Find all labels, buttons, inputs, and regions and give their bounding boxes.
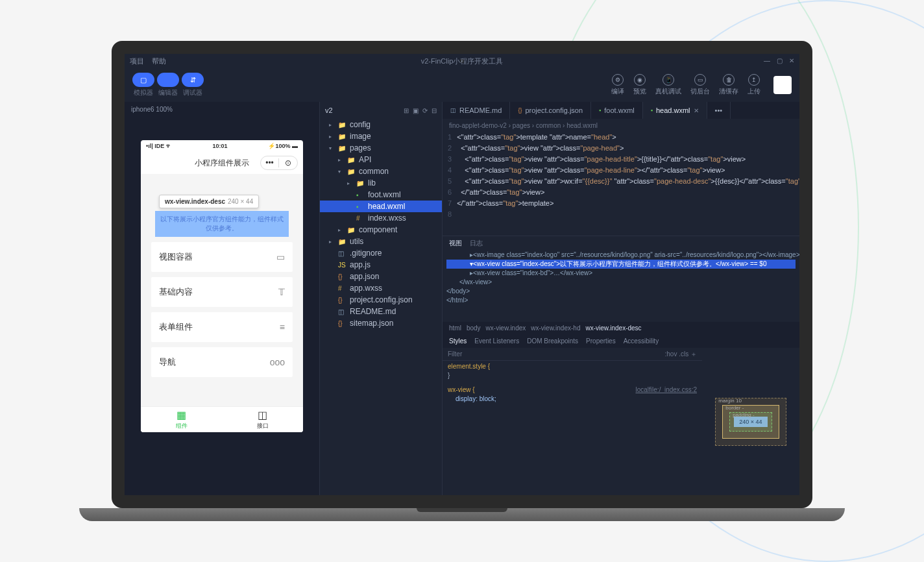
editor-tab[interactable]: ▪head.wxml✕ [643,102,707,119]
code-line[interactable]: <"attr">class="tag">view "attr">class="p… [457,154,799,165]
style-tab[interactable]: Styles [449,337,467,345]
list-item[interactable]: 表单组件≡ [151,312,293,342]
status-battery: ⚡100% ▬ [268,143,298,149]
toolbar-action-5[interactable]: ↥上传 [748,74,760,96]
box-model[interactable]: 240 × 44 [702,348,799,495]
dom-path-item[interactable]: wx-view.index [486,324,526,332]
dom-path-item[interactable]: html [449,324,461,332]
css-rule[interactable]: localfile:/_index.css:2wx-view {display:… [443,384,702,405]
editor-tab[interactable]: ▪foot.wxml [591,102,643,119]
tree-node[interactable]: {}sitemap.json [320,317,442,329]
dom-node[interactable]: </html> [446,296,796,305]
toolbar-action-2[interactable]: 📱真机调试 [655,74,681,96]
toolbar-btn-2[interactable]: ⇵调试器 [182,73,204,97]
close-circle-icon[interactable]: ⊙ [279,158,297,167]
toolbar-action-0[interactable]: ⚙编译 [611,74,624,96]
style-tab[interactable]: Accessibility [624,337,659,345]
dom-node[interactable]: </wx-view> [446,278,796,287]
tree-node[interactable]: JSapp.js [320,259,442,271]
collapse-icon[interactable]: ⊟ [432,107,437,114]
code-line[interactable]: <"attr">class="tag">view "attr">class="p… [457,143,799,154]
tab-api[interactable]: ◫接口 [222,407,303,432]
refresh-icon[interactable]: ⟳ [422,107,428,114]
tree-node[interactable]: {}app.json [320,271,442,282]
simulator-device: iphone6 100% [125,102,319,117]
simulator-panel: iphone6 100% •ıl| IDE ᯤ 10:01 ⚡100% ▬ 小程… [125,102,319,495]
more-icon[interactable]: ••• [261,158,279,167]
tree-node[interactable]: ▸📁component [320,224,442,236]
tree-node[interactable]: ◫README.md [320,306,442,317]
tree-node[interactable]: ▪foot.wxml [320,189,442,201]
highlighted-element[interactable]: 以下将展示小程序官方组件能力，组件样式仅供参考。 [155,211,289,237]
new-file-icon[interactable]: ⊞ [404,107,409,114]
cube-icon: ◫ [258,409,267,421]
tree-node[interactable]: ▸📁utils [320,236,442,247]
dom-node[interactable]: </body> [446,287,796,296]
dom-node[interactable]: ▸<wx-image class="index-logo" src="../re… [446,250,796,260]
code-editor: ◫README.md{}project.config.json▪foot.wxm… [443,102,799,495]
file-explorer: v2 ⊞▣⟳⊟ ▸📁config▸📁image▾📁pages▸📁API▾📁com… [319,102,443,495]
tab-component[interactable]: ▦组件 [141,407,222,432]
menu-help[interactable]: 帮助 [152,56,166,66]
item-icon: ooo [270,357,285,367]
tree-node[interactable]: ▾📁pages [320,142,442,154]
status-left: •ıl| IDE ᯤ [146,143,172,149]
toolbar-btn-1[interactable]: 编辑器 [157,73,179,97]
style-tab[interactable]: Properties [586,337,616,345]
tree-node[interactable]: ◫.gitignore [320,247,442,259]
item-icon: ▭ [276,252,285,262]
phone-simulator[interactable]: •ıl| IDE ᯤ 10:01 ⚡100% ▬ 小程序组件展示 •••⊙ wx… [141,140,303,432]
toolbar-btn-0[interactable]: ▢模拟器 [132,73,154,97]
code-line[interactable]: <"attr">class="tag">template "attr">name… [457,132,799,143]
tree-node[interactable]: ▸📁config [320,119,442,130]
list-item[interactable]: 基础内容𝕋 [151,277,293,307]
editor-tab[interactable]: ◫README.md [443,102,510,119]
list-item[interactable]: 视图容器▭ [151,242,293,272]
tree-node[interactable]: #index.wxss [320,212,442,224]
tree-node[interactable]: {}project.config.json [320,294,442,306]
inspector-tooltip: wx-view.index-desc240 × 44 [159,195,259,208]
capsule-button[interactable]: •••⊙ [260,156,298,170]
close-icon[interactable]: ✕ [694,107,699,114]
dom-path-item[interactable]: wx-view.index-desc [585,324,641,332]
toolbar-action-4[interactable]: 🗑清缓存 [719,74,738,96]
toolbar-action-1[interactable]: ◉预览 [633,74,646,96]
code-line[interactable]: <"attr">class="tag">view "attr">wx:if="{… [457,176,799,187]
tree-node[interactable]: ▾📁common [320,165,442,177]
new-folder-icon[interactable]: ▣ [413,107,419,114]
explorer-root[interactable]: v2 [325,106,333,114]
tab-more[interactable]: ••• [707,102,731,119]
style-tab[interactable]: DOM Breakpoints [527,337,578,345]
code-line[interactable]: </"attr">class="tag">view> [457,187,799,198]
devtool-tab-log[interactable]: 日志 [470,239,483,248]
list-item[interactable]: 导航ooo [151,347,293,377]
code-line[interactable] [457,209,799,220]
dom-path-item[interactable]: body [467,324,481,332]
tree-node[interactable]: ▪head.wxml [320,201,442,212]
devtools-panel: 视图日志 ▸<wx-image class="index-logo" src="… [443,236,799,495]
dom-path-item[interactable]: wx-view.index-hd [531,324,580,332]
devtool-tab-view[interactable]: 视图 [449,239,462,248]
toolbar-action-3[interactable]: ▭切后台 [690,74,710,96]
menu-project[interactable]: 项目 [130,56,144,66]
dom-node[interactable]: ▾<wx-view class="index-desc">以下将展示小程序官方组… [446,260,796,269]
dom-node[interactable]: ▸<wx-view class="index-bd">…</wx-view> [446,269,796,278]
tree-node[interactable]: ▸📁API [320,154,442,165]
avatar[interactable] [773,76,792,94]
code-line[interactable]: </"attr">class="tag">template> [457,198,799,209]
laptop-frame: v2-FinClip小程序开发工具 —▢✕ 项目 帮助 ▢模拟器编辑器⇵调试器 … [112,41,812,521]
tree-node[interactable]: #app.wxss [320,282,442,294]
breadcrumb[interactable]: fino-applet-demo-v2 › pages › common › h… [443,119,799,132]
filter-tools[interactable]: :hov .cls ＋ [665,350,697,359]
tree-node[interactable]: ▸📁image [320,130,442,142]
style-tab[interactable]: Event Listeners [474,337,519,345]
tree-node[interactable]: ▸📁lib [320,177,442,189]
status-time: 10:01 [213,143,228,149]
editor-tab[interactable]: {}project.config.json [510,102,591,119]
css-rule[interactable]: element.style {} [443,361,702,382]
filter-input[interactable]: Filter [448,350,462,358]
window-controls[interactable]: —▢✕ [764,54,794,68]
toolbar: ▢模拟器编辑器⇵调试器 ⚙编译◉预览📱真机调试▭切后台🗑清缓存↥上传 [125,68,799,102]
item-icon: 𝕋 [278,287,285,297]
code-line[interactable]: <"attr">class="tag">view "attr">class="p… [457,165,799,176]
